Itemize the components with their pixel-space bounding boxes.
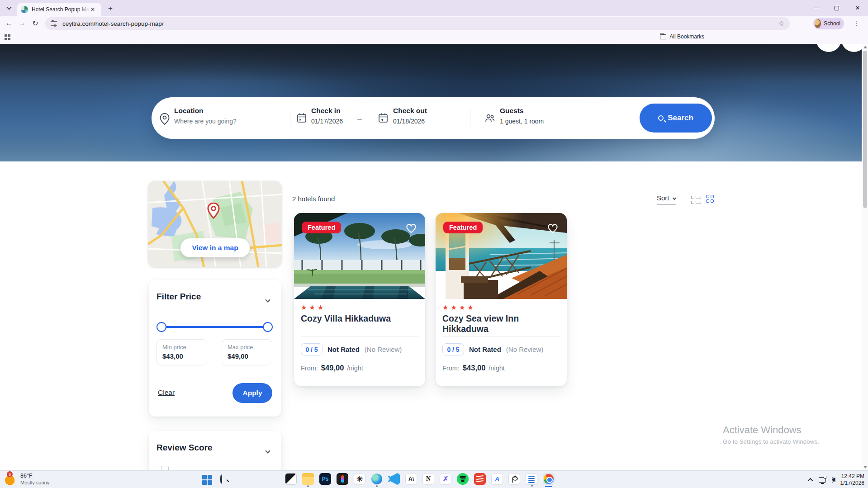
photoshop-icon[interactable]: Ps <box>319 473 331 485</box>
tray-chevron-up-icon[interactable] <box>808 478 813 483</box>
browser-menu-button[interactable]: ⋮ <box>853 19 859 27</box>
file-explorer-icon[interactable] <box>302 473 314 485</box>
min-price-input[interactable]: Min price $43,00 <box>157 339 207 365</box>
weather-sun-icon: 5 <box>4 473 17 485</box>
scrollbar-thumb[interactable] <box>863 51 867 208</box>
from-label: From: <box>301 365 318 372</box>
price-value: $49,00 <box>321 364 344 372</box>
price-slider-max-handle[interactable] <box>263 322 273 332</box>
guests-field[interactable]: Guests 1 guest, 1 room <box>500 107 544 125</box>
tab-search-button[interactable] <box>4 3 14 13</box>
apply-button[interactable]: Apply <box>232 383 272 403</box>
purple-x-app-icon[interactable]: ✗ <box>440 473 451 485</box>
weather-widget[interactable]: 5 86°F Mostly sunny <box>4 473 49 485</box>
from-label: From: <box>442 365 460 372</box>
chrome-logo <box>544 474 554 484</box>
review-score-checkbox[interactable] <box>161 466 169 470</box>
spotify-icon[interactable] <box>457 473 469 485</box>
browser-tab[interactable]: Hotel Search Popup Map - ceyl ✕ <box>17 3 101 16</box>
favorite-heart-icon[interactable] <box>405 222 417 234</box>
figma-icon[interactable] <box>337 473 348 485</box>
view-in-map-label: View in a map <box>192 244 238 252</box>
map-pin-icon <box>207 203 220 219</box>
max-price-input[interactable]: Max price $49,00 <box>222 339 272 365</box>
collapse-chevron-icon[interactable] <box>266 446 270 455</box>
forward-button[interactable]: → <box>18 19 27 27</box>
apps-grid-icon[interactable] <box>5 34 10 40</box>
hotel-name[interactable]: Cozy Sea view Inn Hikkaduwa <box>442 313 567 334</box>
window-close-button[interactable]: ✕ <box>847 0 868 16</box>
featured-badge: Featured <box>443 222 483 233</box>
site-info-icon[interactable] <box>51 21 57 26</box>
location-field[interactable]: Location Where are you going? <box>174 107 237 125</box>
taskbar-search-button[interactable] <box>220 475 222 483</box>
chrome-icon-active[interactable] <box>543 473 555 485</box>
min-price-value: $43,00 <box>162 352 201 360</box>
notes-app-icon[interactable] <box>526 473 537 485</box>
per-night-label: /night <box>347 365 363 372</box>
tab-close-icon[interactable]: ✕ <box>90 6 95 13</box>
claude-icon[interactable]: A\ <box>405 473 417 485</box>
collapse-chevron-icon[interactable] <box>266 295 270 303</box>
notion-icon[interactable]: N <box>422 473 434 485</box>
min-price-label: Min price <box>162 344 201 351</box>
review-note: (No Review) <box>365 346 402 353</box>
task-view-icon[interactable] <box>285 473 297 485</box>
new-tab-button[interactable]: + <box>106 4 115 13</box>
bookmark-star-icon[interactable]: ☆ <box>778 19 784 28</box>
chatgpt-icon[interactable]: ✳ <box>354 473 365 485</box>
clear-link[interactable]: Clear <box>158 389 175 397</box>
window-maximize-button[interactable] <box>826 0 847 16</box>
scroll-up-arrow[interactable] <box>863 46 867 48</box>
view-in-map-button[interactable]: View in a map <box>180 238 250 257</box>
taskbar-clock[interactable]: 12:42 PM 1/17/2026 <box>840 473 864 487</box>
divider <box>470 109 470 127</box>
network-icon[interactable] <box>819 477 826 483</box>
star-rating: ★★★ <box>301 303 326 312</box>
price-slider-track[interactable] <box>161 326 268 328</box>
todoist-icon[interactable] <box>474 473 486 485</box>
profile-chip[interactable]: School <box>813 18 844 29</box>
review-score-title: Review Score <box>157 443 213 453</box>
blue-a-app-icon[interactable]: A <box>491 473 503 485</box>
map-preview-card[interactable]: View in a map <box>148 181 282 267</box>
llama-app-icon[interactable] <box>508 473 520 485</box>
all-bookmarks-button[interactable]: All Bookmarks <box>660 33 704 40</box>
active-app-indicator <box>545 486 552 487</box>
running-dot <box>376 485 378 487</box>
window-minimize-button[interactable] <box>806 0 826 16</box>
edge-icon[interactable] <box>371 473 383 485</box>
divider <box>301 336 418 336</box>
start-button[interactable] <box>202 475 212 485</box>
checkin-label: Check in <box>311 107 343 115</box>
profile-name: School <box>824 20 840 27</box>
sort-dropdown[interactable]: Sort <box>657 194 676 205</box>
vscode-icon[interactable] <box>388 473 400 485</box>
guests-value: 1 guest, 1 room <box>500 118 544 125</box>
bookmarks-bar: All Bookmarks <box>0 31 868 44</box>
url-bar[interactable]: ceyltra.com/hotel-search-popup-map/ ☆ <box>45 17 790 30</box>
hotel-card[interactable]: Featured ★★★★ Cozy Sea view Inn Hikkaduw… <box>436 213 567 386</box>
review-note: (No Review) <box>506 346 544 353</box>
checkout-field[interactable]: Check out 01/18/2026 <box>393 107 427 125</box>
hotel-card[interactable]: Featured ★★★ Cozy Villa Hikkaduwa 0 / 5 … <box>294 213 425 386</box>
price-slider-min-handle[interactable] <box>157 322 166 332</box>
maximize-icon <box>835 6 839 10</box>
volume-control[interactable] <box>832 477 835 483</box>
hotel-name[interactable]: Cozy Villa Hikkaduwa <box>301 313 391 324</box>
page-scrollbar[interactable] <box>862 44 868 470</box>
checkin-field[interactable]: Check in 01/17/2026 <box>311 107 343 125</box>
max-price-value: $49,00 <box>228 352 266 360</box>
notification-badge: 5 <box>7 471 13 477</box>
price-row: From: $43,00 /night <box>442 364 505 372</box>
star-rating: ★★★★ <box>442 303 476 312</box>
list-view-button[interactable] <box>691 196 701 204</box>
featured-badge: Featured <box>302 222 341 233</box>
grid-view-button[interactable] <box>706 195 714 203</box>
scroll-down-arrow[interactable] <box>863 466 867 469</box>
minimize-icon <box>814 8 819 9</box>
back-button[interactable]: ← <box>5 19 14 27</box>
search-button[interactable]: Search <box>640 104 712 133</box>
reload-button[interactable]: ↻ <box>31 19 40 28</box>
favorite-heart-icon[interactable] <box>546 222 559 234</box>
